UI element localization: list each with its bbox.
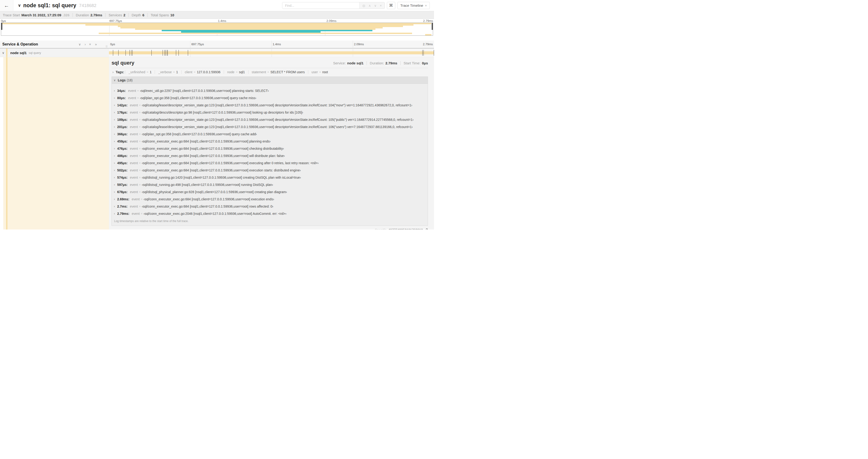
expand-log-icon[interactable]: › [114,118,115,121]
next-match-icon[interactable]: ∨ [374,4,376,7]
span-detail-content: sql query Service:node sql1Duration:2.79… [109,57,434,230]
expand-log-icon[interactable]: › [114,147,115,150]
expand-log-icon[interactable]: › [114,125,115,129]
expand-log-icon[interactable]: › [114,190,115,194]
log-row[interactable]: ›476μs:event=‹sql/conn_executor_exec.go:… [112,145,428,152]
log-row[interactable]: ›459μs:event=‹sql/conn_executor_exec.go:… [112,138,428,145]
clear-search-icon[interactable]: × [380,4,382,7]
logs-header[interactable]: ∨ Logs (18) [112,77,428,84]
log-field-value: ‹sql/conn_executor_exec.go:684 [nsql1,cl… [142,204,273,208]
expand-log-icon[interactable]: › [114,110,115,114]
log-row[interactable]: ›142μs:event=‹sql/catalog/lease/descript… [112,101,428,109]
log-row[interactable]: ›502μs:event=‹sql/conn_executor_exec.go:… [112,167,428,174]
log-row[interactable]: ›201μs:event=‹sql/catalog/lease/descript… [112,123,428,130]
log-timestamp: 2.7ms: [117,204,127,208]
log-row[interactable]: ›366μs:event=‹sql/plan_opt.go:358 [nsql1… [112,130,428,138]
expand-log-icon[interactable]: › [114,132,115,136]
log-row[interactable]: ›2.69ms:event=‹sql/conn_executor_exec.go… [112,195,428,203]
log-marker-tick[interactable] [167,50,167,56]
tag-item: user=root [308,70,331,74]
log-row[interactable]: ›486μs:event=‹sql/conn_executor_exec.go:… [112,152,428,159]
span-meta-item: Service:node sql1 [330,61,367,65]
log-marker-tick[interactable] [118,50,119,56]
info-label: Total Spans [151,13,169,17]
log-marker-tick[interactable] [434,50,434,56]
view-selector-button[interactable]: Trace Timeline ∨ [397,2,430,9]
log-row[interactable]: ›34μs:event=‹sql/exec_util.go:2297 [nsql… [112,87,428,94]
expand-log-icon[interactable]: › [114,96,115,100]
span-bar-area[interactable] [109,48,434,57]
log-row[interactable]: ›176μs:event=‹sql/catalog/descs/descript… [112,109,428,116]
log-row[interactable]: ›678μs:event=‹sql/distsql_physical_plann… [112,188,428,195]
log-marker-tick[interactable] [113,50,113,56]
deep-link-icon[interactable] [425,228,428,230]
collapse-children-icon[interactable]: ∨ [2,51,4,55]
expand-log-icon[interactable]: › [114,103,115,107]
keyboard-shortcuts-button[interactable]: ⌘ [387,2,395,9]
minimap-right-scrubber[interactable] [432,23,433,30]
log-marker-tick[interactable] [164,50,165,56]
span-row-node-sql1[interactable]: ∨ node sql1 sql query [0,48,434,57]
tag-item: _verbose=1 [155,70,181,74]
expand-log-icon[interactable]: › [114,176,115,179]
collapse-one-icon[interactable]: ∨ [79,43,81,46]
expand-log-icon[interactable]: › [114,154,115,157]
locate-icon[interactable]: ◎ [362,4,365,7]
prev-match-icon[interactable]: ∧ [368,4,371,7]
log-marker-tick[interactable] [165,50,166,56]
trace-info-item: Duration2.79ms [72,13,105,17]
column-resize-handle[interactable]: || [106,45,107,47]
log-row[interactable]: ›189μs:event=‹sql/catalog/lease/descript… [112,116,428,123]
log-marker-tick[interactable] [131,50,131,56]
expand-log-icon[interactable]: › [114,168,115,172]
expand-one-icon[interactable]: › [85,43,86,46]
expand-log-icon[interactable]: › [114,212,115,215]
minimap-canvas[interactable] [1,23,433,36]
span-detail-row: sql query Service:node sql1Duration:2.79… [0,57,434,230]
collapse-logs-icon[interactable]: ∨ [114,78,116,82]
log-row[interactable]: ›80μs:event=‹sql/plan_opt.go:358 [nsql1,… [112,94,428,101]
log-row[interactable]: ›2.7ms:event=‹sql/conn_executor_exec.go:… [112,203,428,210]
log-marker-tick[interactable] [422,50,423,56]
expand-log-icon[interactable]: › [114,204,115,208]
log-marker-tick[interactable] [176,50,176,56]
trace-title-area: ∨ node sql1: sql query 7418682 [13,0,282,11]
expand-log-icon[interactable]: › [114,89,115,92]
log-row[interactable]: ›495μs:event=‹sql/conn_executor_exec.go:… [112,159,428,167]
expand-log-icon[interactable]: › [114,197,115,201]
collapse-all-icon[interactable]: » [89,43,92,45]
log-marker-tick[interactable] [129,50,130,56]
minimap-tick-label: 697.75μs [110,19,122,23]
trace-info-item: Services2 [105,13,128,17]
expand-log-icon[interactable]: › [114,183,115,186]
log-timestamp: 486μs: [117,154,127,158]
collapse-trace-icon[interactable]: ∨ [18,3,21,8]
span-duration-bar [109,51,434,54]
logs-list: ›34μs:event=‹sql/exec_util.go:2297 [nsql… [112,84,428,226]
find-input[interactable] [282,2,359,9]
chevron-down-icon: ∨ [425,4,427,7]
find-box: ◎ ∧ ∨ × [282,2,385,9]
log-marker-tick[interactable] [167,50,168,56]
log-marker-tick[interactable] [188,50,188,56]
info-value: 6 [142,13,144,17]
log-row[interactable]: ›597μs:event=‹sql/distsql_running.go:498… [112,181,428,188]
log-marker-tick[interactable] [424,50,424,56]
logs-title: Logs [118,78,126,82]
expand-collapse-controls: ∨ › » » [79,43,106,46]
expand-tags-icon[interactable]: › [113,70,114,74]
log-field-value: ‹sql/catalog/lease/descriptor_version_st… [142,125,413,129]
expand-log-icon[interactable]: › [114,161,115,165]
log-row[interactable]: ›574μs:event=‹sql/distsql_running.go:142… [112,174,428,181]
tag-value: 1 [150,70,152,74]
log-row[interactable]: ›2.79ms:event=‹sql/conn_executor_exec.go… [112,210,428,217]
minimap-left-scrubber[interactable] [1,23,2,30]
tags-row[interactable]: › Tags: _unfinished=1_verbose=1client=12… [112,68,428,76]
log-marker-tick[interactable] [151,50,152,56]
equals-sign: = [141,212,142,215]
expand-log-icon[interactable]: › [114,139,115,143]
back-button[interactable]: ← [0,0,13,11]
detail-left-column [0,57,109,230]
expand-all-icon[interactable]: » [95,43,97,46]
tag-value: sql1 [239,70,245,74]
